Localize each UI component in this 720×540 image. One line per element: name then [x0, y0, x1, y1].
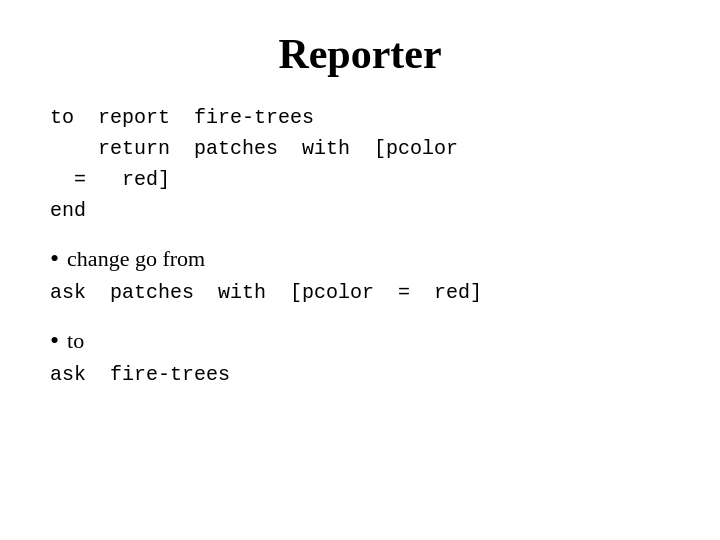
code-line-2: return patches with [pcolor [50, 133, 670, 164]
bullet-dot-1: • [50, 246, 59, 272]
bullet-text-1: change go from [67, 242, 205, 275]
code-line-1: to report fire-trees [50, 102, 670, 133]
bullet-dot-2: • [50, 328, 59, 354]
bullet-text-2: to [67, 324, 84, 357]
code-line-6: ask fire-trees [50, 359, 670, 390]
page-title: Reporter [50, 30, 670, 78]
code-section-1: to report fire-trees return patches with… [50, 102, 670, 226]
code-section-2: ask patches with [pcolor = red] [50, 277, 670, 308]
code-line-5: ask patches with [pcolor = red] [50, 277, 670, 308]
page-container: Reporter to report fire-trees return pat… [0, 0, 720, 540]
bullet-item-1: • change go from [50, 242, 205, 275]
code-section-3: ask fire-trees [50, 359, 670, 390]
bullet-item-2: • to [50, 324, 84, 357]
code-line-4: end [50, 195, 670, 226]
code-line-3: = red] [50, 164, 670, 195]
